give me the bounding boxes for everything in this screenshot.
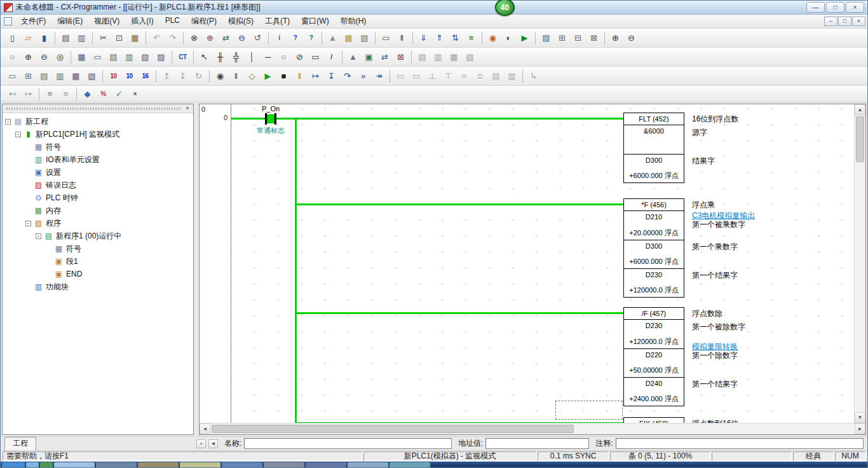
context-help-button[interactable]: ? <box>304 31 318 45</box>
upload-button[interactable]: ⇑ <box>432 31 447 45</box>
menu-item[interactable]: 窗口(W) <box>295 15 334 28</box>
horizontal-scrollbar[interactable]: ◄ ► <box>200 423 865 434</box>
refresh-button[interactable]: ↻ <box>191 69 206 83</box>
new-closed-contact-button[interactable]: ╬ <box>229 50 243 64</box>
help-button[interactable]: ? <box>288 31 302 45</box>
new-closed-coil-button[interactable]: ⊘ <box>292 50 307 64</box>
continuous-step-button[interactable]: » <box>356 69 370 83</box>
menu-item[interactable]: 模拟(S) <box>222 15 259 28</box>
menu-item[interactable]: 编程(P) <box>186 15 222 28</box>
symbol-table-button[interactable]: ▦ <box>341 31 356 45</box>
indent-right-button[interactable]: ↦ <box>21 86 36 101</box>
address-input[interactable] <box>485 438 589 449</box>
program-check-button[interactable]: ▲ <box>346 50 360 64</box>
print-preview-button[interactable]: ▥ <box>74 31 89 45</box>
invert-button[interactable]: / <box>324 50 339 64</box>
tree-item-plc-clock[interactable]: ⊙ PLC 时钟 <box>3 191 193 204</box>
tree-item-section1[interactable]: ▣ 段1 <box>3 255 193 268</box>
quick-launch-icon-2[interactable] <box>40 462 53 467</box>
differential-percent-button[interactable]: % <box>96 86 111 101</box>
fb-library-button[interactable]: ▤ <box>415 50 430 64</box>
sfc-transition-button[interactable]: ⊥ <box>425 69 440 83</box>
online-edit-send-button[interactable]: ⇄ <box>377 50 392 64</box>
step-in-button[interactable]: ↧ <box>324 69 339 83</box>
tree-item-program1-symbols[interactable]: ▦ 符号 <box>3 242 193 255</box>
scroll-down-icon[interactable]: ▼ <box>855 412 865 423</box>
tree-item-settings[interactable]: ▣ 设置 <box>3 166 193 179</box>
tree-toggle[interactable] <box>25 157 31 163</box>
menu-item[interactable]: 视图(V) <box>88 15 125 28</box>
name-input[interactable] <box>244 438 452 449</box>
download-button[interactable]: ⇓ <box>416 31 431 45</box>
show-sections-button[interactable]: ▨ <box>154 50 168 64</box>
close-button[interactable]: × <box>846 2 864 13</box>
sfc-step-button[interactable]: ▭ <box>409 69 424 83</box>
tree-toggle[interactable] <box>25 144 31 150</box>
grid-button[interactable]: ▦ <box>74 50 89 64</box>
cross-reference-button[interactable]: ⊞ <box>555 31 569 45</box>
scroll-up-icon[interactable]: ▲ <box>855 104 865 115</box>
zoom-out-button[interactable]: ⊖ <box>624 31 639 45</box>
taskbar-window-7[interactable] <box>306 462 346 467</box>
zoom-in-button-2[interactable]: ⊕ <box>21 50 36 64</box>
undo-button[interactable]: ↶ <box>149 31 164 45</box>
symbol-bar-prev-icon[interactable]: ◄ <box>208 439 218 448</box>
sfc-divergence-button[interactable]: ⊤ <box>441 69 456 83</box>
compile-button[interactable]: ▲ <box>325 31 340 45</box>
about-button[interactable]: i <box>272 31 287 45</box>
fb-protect-button[interactable]: ▧ <box>463 50 477 64</box>
minimize-button[interactable]: — <box>806 2 825 13</box>
find-button[interactable]: ⊗ <box>187 31 201 45</box>
pause-monitor-button[interactable]: ‖ <box>229 69 243 83</box>
compare-button[interactable]: ⇅ <box>448 31 463 45</box>
online-edit-begin-button[interactable]: ▣ <box>362 50 376 64</box>
drag-handle[interactable] <box>6 107 180 110</box>
menu-item[interactable]: PLC <box>159 15 186 28</box>
tree-item-plc[interactable]: - ▮ 新PLC1[CP1H] 监视模式 <box>3 128 193 141</box>
tree-item-end[interactable]: ▣ END <box>3 268 193 280</box>
find-replace-button[interactable]: ⇄ <box>219 31 233 45</box>
new-contact-button[interactable]: ╫ <box>213 50 227 64</box>
return-button[interactable]: ↳ <box>526 69 541 83</box>
work-online-button[interactable]: ◉ <box>485 31 500 45</box>
tree-toggle[interactable]: - <box>5 119 11 125</box>
monitor-mode-button[interactable]: ◐ <box>501 31 516 45</box>
instruction-block[interactable]: *F (456) D210 +20.00000 浮点 D300 +6000. <box>623 198 684 298</box>
verify-button[interactable]: ≡ <box>464 31 478 45</box>
set-value-button[interactable]: ◆ <box>80 86 95 101</box>
run-mode-button[interactable]: ▶ <box>517 31 532 45</box>
taskbar-window-4[interactable] <box>180 462 220 467</box>
copy-button[interactable]: ⊡ <box>112 31 126 45</box>
options-button[interactable]: ⊠ <box>587 31 601 45</box>
pause-button[interactable]: ‖ <box>292 69 307 83</box>
new-window-button[interactable]: ▭ <box>379 31 393 45</box>
taskbar-window-1[interactable] <box>54 462 95 467</box>
start-button[interactable] <box>2 462 25 467</box>
zoom-fit-button[interactable]: ○ <box>5 50 20 64</box>
run-button[interactable]: ▶ <box>261 69 275 83</box>
tab-project[interactable]: 工程 <box>4 437 36 450</box>
settings-view-button[interactable]: ▧ <box>85 69 99 83</box>
instruction-block[interactable]: /F (457) D230 +120000.0 浮点 D220 +50.00 <box>623 307 684 406</box>
step-over-button[interactable]: ↷ <box>340 69 355 83</box>
tree-item-program1[interactable]: - ▤ 新程序1 (00)运行中 <box>3 230 193 242</box>
tree-close-icon[interactable]: × <box>183 105 192 113</box>
tree-item-io-table[interactable]: ▥ IO表和单元设置 <box>3 153 193 166</box>
prev-reference-button[interactable]: ↥ <box>159 69 174 83</box>
decimal-button[interactable]: 10 <box>122 69 137 83</box>
tree-item-error-log[interactable]: ▨ 错误日志 <box>3 179 193 191</box>
show-rungs-button[interactable]: ▭ <box>90 50 105 64</box>
watch-window-button[interactable]: ▤ <box>539 31 553 45</box>
tree-toggle[interactable]: - <box>15 132 21 137</box>
horizontal-scroll-thumb[interactable] <box>212 425 574 433</box>
unit-setup-button[interactable]: ▥ <box>53 69 67 83</box>
open-button[interactable]: ▱ <box>21 31 36 45</box>
menu-item[interactable]: 编辑(E) <box>51 15 88 28</box>
tree-item-memory[interactable]: ▩ 内存 <box>3 204 193 217</box>
tree-toggle[interactable] <box>25 208 31 214</box>
views-button[interactable]: ▭ <box>5 69 20 83</box>
panel-splitter[interactable] <box>194 104 199 435</box>
tree-toggle[interactable] <box>46 272 51 277</box>
show-comments-button[interactable]: ▤ <box>106 50 121 64</box>
force-on-button[interactable]: ✓ <box>112 86 126 101</box>
